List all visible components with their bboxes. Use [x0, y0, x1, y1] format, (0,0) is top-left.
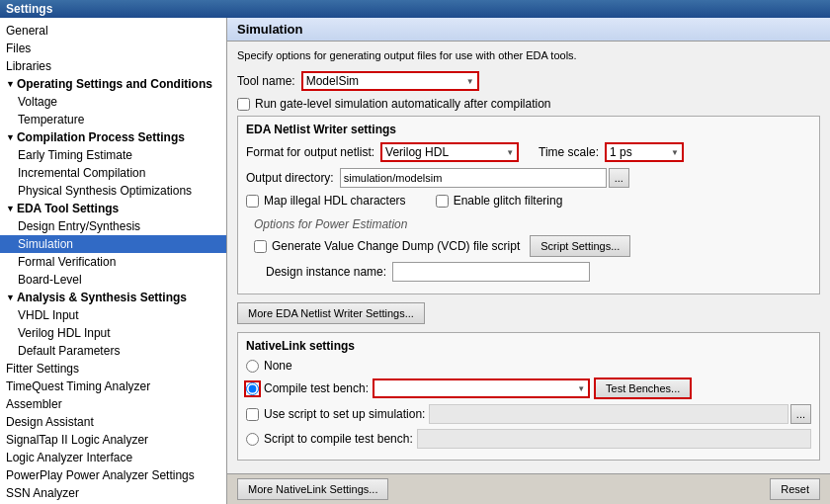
enable-glitch-row: Enable glitch filtering	[436, 194, 563, 208]
sidebar-section-operating-label: Operating Settings and Conditions	[17, 77, 212, 91]
format-label: Format for output netlist:	[246, 145, 374, 159]
design-instance-row: Design instance name:	[246, 262, 811, 282]
use-script-checkbox[interactable]	[246, 408, 259, 421]
generate-vcd-checkbox[interactable]	[254, 240, 267, 253]
sidebar-item-powerplay[interactable]: PowerPlay Power Analyzer Settings	[0, 466, 226, 484]
content-body: Specify options for generating output fi…	[227, 42, 830, 473]
script-compile-label: Script to compile test bench:	[264, 432, 413, 446]
description: Specify options for generating output fi…	[237, 49, 820, 61]
map-illegal-row: Map illegal HDL characters	[246, 194, 406, 208]
sidebar: General Files Libraries ▼ Operating Sett…	[0, 18, 227, 504]
sidebar-section-compilation-label: Compilation Process Settings	[17, 130, 185, 144]
sidebar-item-assembler[interactable]: Assembler	[0, 395, 226, 413]
generate-vcd-row: Generate Value Change Dump (VCD) file sc…	[246, 235, 811, 257]
format-arrow-icon: ▼	[506, 148, 514, 157]
output-dir-input[interactable]	[340, 168, 607, 188]
power-estimation-label: Options for Power Estimation	[246, 217, 811, 231]
sidebar-item-design-entry[interactable]: Design Entry/Synthesis	[0, 217, 226, 235]
script-compile-radio[interactable]	[246, 433, 259, 446]
nativelink-title: NativeLink settings	[246, 339, 811, 353]
sidebar-item-libraries[interactable]: Libraries	[0, 57, 226, 75]
sidebar-item-verilog[interactable]: Verilog HDL Input	[0, 324, 226, 342]
output-dir-browse-button[interactable]: ...	[609, 168, 629, 188]
sidebar-item-voltage[interactable]: Voltage	[0, 93, 226, 111]
format-timescale-row: Format for output netlist: Verilog HDL ▼…	[246, 142, 811, 162]
time-scale-label: Time scale:	[539, 145, 599, 159]
sidebar-item-fitter[interactable]: Fitter Settings	[0, 360, 226, 378]
tool-name-label: Tool name:	[237, 74, 295, 88]
compile-dropdown-arrow-icon: ▼	[577, 384, 585, 393]
time-scale-value: 1 ps	[610, 145, 632, 159]
sidebar-item-early-timing[interactable]: Early Timing Estimate	[0, 146, 226, 164]
none-label: None	[264, 359, 292, 373]
design-instance-input[interactable]	[392, 262, 590, 282]
sidebar-item-general[interactable]: General	[0, 22, 226, 40]
compile-test-bench-label: Compile test bench:	[264, 381, 369, 395]
sidebar-section-operating[interactable]: ▼ Operating Settings and Conditions	[0, 75, 226, 93]
time-scale-dropdown[interactable]: 1 ps ▼	[605, 142, 684, 162]
reset-button[interactable]: Reset	[770, 478, 820, 500]
run-gate-level-row: Run gate-level simulation automatically …	[237, 97, 820, 111]
sidebar-item-simulation[interactable]: Simulation	[0, 235, 226, 253]
more-nativelink-button[interactable]: More NativeLink Settings...	[237, 478, 388, 500]
tool-name-dropdown[interactable]: ModelSim ▼	[301, 71, 479, 91]
arrow-icon-4: ▼	[6, 293, 15, 302]
map-illegal-checkbox[interactable]	[246, 195, 259, 208]
use-script-browse-button[interactable]: ...	[790, 404, 811, 424]
arrow-icon-3: ▼	[6, 204, 15, 213]
sidebar-item-logic-analyzer[interactable]: Logic Analyzer Interface	[0, 449, 226, 466]
sidebar-section-analysis[interactable]: ▼ Analysis & Synthesis Settings	[0, 289, 226, 306]
run-gate-level-label: Run gate-level simulation automatically …	[255, 97, 550, 111]
use-script-row: Use script to set up simulation: ...	[246, 404, 811, 424]
use-script-label: Use script to set up simulation:	[264, 407, 425, 421]
window-titlebar: Settings	[0, 0, 830, 18]
compile-test-bench-dropdown[interactable]: ▼	[373, 378, 590, 398]
use-script-input	[429, 404, 788, 424]
sidebar-item-formal-verification[interactable]: Formal Verification	[0, 253, 226, 271]
format-dropdown[interactable]: Verilog HDL ▼	[380, 142, 519, 162]
eda-netlist-title: EDA Netlist Writer settings	[246, 123, 811, 136]
generate-vcd-label: Generate Value Change Dump (VCD) file sc…	[272, 239, 520, 253]
sidebar-item-ssn[interactable]: SSN Analyzer	[0, 484, 226, 502]
run-gate-level-checkbox[interactable]	[237, 98, 250, 111]
output-dir-row: Output directory: ...	[246, 168, 811, 188]
script-settings-button[interactable]: Script Settings...	[530, 235, 630, 257]
design-instance-label: Design instance name:	[266, 265, 386, 279]
enable-glitch-checkbox[interactable]	[436, 195, 449, 208]
arrow-icon-2: ▼	[6, 132, 15, 142]
compile-test-bench-radio[interactable]	[246, 382, 259, 395]
sidebar-item-incremental[interactable]: Incremental Compilation	[0, 164, 226, 182]
sidebar-item-files[interactable]: Files	[0, 40, 226, 57]
tool-name-row: Tool name: ModelSim ▼	[237, 71, 820, 91]
sidebar-item-temperature[interactable]: Temperature	[0, 111, 226, 128]
sidebar-item-physical-synthesis[interactable]: Physical Synthesis Optimizations	[0, 182, 226, 200]
test-benches-button[interactable]: Test Benches...	[594, 378, 692, 399]
sidebar-section-compilation[interactable]: ▼ Compilation Process Settings	[0, 128, 226, 146]
sidebar-section-eda[interactable]: ▼ EDA Tool Settings	[0, 200, 226, 217]
enable-glitch-label: Enable glitch filtering	[454, 194, 563, 208]
content-title: Simulation	[227, 18, 830, 42]
tool-name-value: ModelSim	[306, 74, 359, 88]
content-area: Simulation Specify options for generatin…	[227, 18, 830, 504]
arrow-icon: ▼	[6, 79, 15, 89]
format-value: Verilog HDL	[385, 145, 449, 159]
sidebar-item-vhdl[interactable]: VHDL Input	[0, 306, 226, 324]
none-radio[interactable]	[246, 360, 259, 373]
sidebar-item-signaltap[interactable]: SignalTap II Logic Analyzer	[0, 431, 226, 449]
window-title: Settings	[6, 2, 52, 16]
eda-netlist-section: EDA Netlist Writer settings Format for o…	[237, 116, 820, 294]
sidebar-item-board-level[interactable]: Board-Level	[0, 271, 226, 289]
more-eda-button[interactable]: More EDA Netlist Writer Settings...	[237, 302, 425, 324]
script-compile-row: Script to compile test bench:	[246, 429, 811, 449]
compile-test-bench-row: Compile test bench: ▼ Test Benches...	[246, 378, 811, 399]
tool-name-arrow-icon: ▼	[466, 77, 474, 86]
map-illegal-label: Map illegal HDL characters	[264, 194, 406, 208]
footer-bar: More NativeLink Settings... Reset	[227, 473, 830, 504]
sidebar-section-eda-label: EDA Tool Settings	[17, 202, 119, 215]
sidebar-item-timequest[interactable]: TimeQuest Timing Analyzer	[0, 378, 226, 395]
output-dir-label: Output directory:	[246, 171, 334, 185]
sidebar-item-design-assistant[interactable]: Design Assistant	[0, 413, 226, 431]
script-compile-input	[417, 429, 811, 449]
time-scale-arrow-icon: ▼	[671, 148, 679, 157]
sidebar-item-default-params[interactable]: Default Parameters	[0, 342, 226, 360]
